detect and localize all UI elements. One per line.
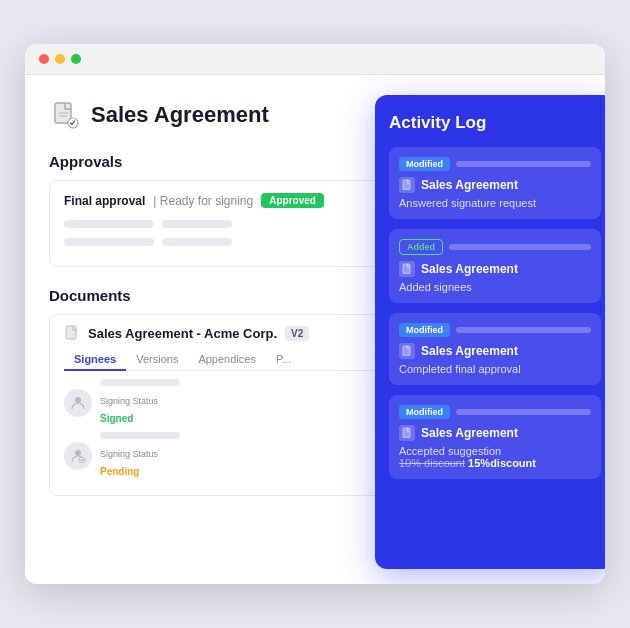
- svg-rect-9: [403, 264, 410, 274]
- approval-sublabel: | Ready for signing: [153, 194, 253, 208]
- gray-bar-3: [64, 238, 154, 246]
- activity-card-4-header: Modified: [399, 405, 591, 419]
- tab-versions[interactable]: Versions: [126, 349, 188, 371]
- svg-rect-4: [66, 326, 76, 339]
- activity-badge-4: Modified: [399, 405, 450, 419]
- activity-doc-name-2: Sales Agreement: [421, 262, 518, 276]
- activity-bar-2: [449, 244, 591, 250]
- activity-strikethrough-text: 10% discount: [399, 457, 465, 469]
- activity-doc-icon-3: [399, 343, 415, 359]
- doc-small-icon: [64, 325, 80, 341]
- activity-card-2: Added Sales Agreement Added signees: [389, 229, 601, 303]
- svg-point-6: [75, 450, 81, 456]
- tab-more[interactable]: P...: [266, 349, 301, 371]
- svg-point-7: [79, 457, 85, 463]
- gray-bar-4: [162, 238, 232, 246]
- tab-signees[interactable]: Signees: [64, 349, 126, 371]
- activity-doc-name-3: Sales Agreement: [421, 344, 518, 358]
- approved-badge: Approved: [261, 193, 324, 208]
- approval-label: Final approval: [64, 194, 145, 208]
- tab-appendices[interactable]: Appendices: [188, 349, 266, 371]
- dot-green[interactable]: [71, 54, 81, 64]
- activity-badge-1: Modified: [399, 157, 450, 171]
- document-icon: [49, 99, 81, 131]
- signee-avatar-1: [64, 389, 92, 417]
- svg-rect-11: [403, 428, 410, 438]
- activity-bar-3: [456, 327, 591, 333]
- gray-bar-1: [64, 220, 154, 228]
- svg-point-5: [75, 397, 81, 403]
- activity-desc-4: Accepted suggestion 10% discount 15%disc…: [399, 445, 591, 469]
- activity-doc-row-4: Sales Agreement: [399, 425, 591, 441]
- activity-doc-row-1: Sales Agreement: [399, 177, 591, 193]
- svg-rect-10: [403, 346, 410, 356]
- activity-doc-row-3: Sales Agreement: [399, 343, 591, 359]
- activity-desc-3: Completed final approval: [399, 363, 591, 375]
- activity-log-title: Activity Log: [389, 113, 601, 133]
- svg-rect-8: [403, 180, 410, 190]
- activity-doc-icon-4: [399, 425, 415, 441]
- activity-card-1-header: Modified: [399, 157, 591, 171]
- activity-bar-1: [456, 161, 591, 167]
- doc-card-name: Sales Agreement - Acme Corp.: [88, 326, 277, 341]
- activity-highlight-text: 15%discount: [468, 457, 536, 469]
- content-area: Sales Agreement Approvals Final approval…: [25, 75, 605, 579]
- activity-doc-name-1: Sales Agreement: [421, 178, 518, 192]
- dot-red[interactable]: [39, 54, 49, 64]
- activity-badge-2: Added: [399, 239, 443, 255]
- browser-window: Sales Agreement Approvals Final approval…: [25, 44, 605, 584]
- signee-name-bar-2: [100, 432, 180, 439]
- activity-card-1: Modified Sales Agreement Answered signat…: [389, 147, 601, 219]
- activity-card-4: Modified Sales Agreement Accepted sugges…: [389, 395, 601, 479]
- activity-card-2-header: Added: [399, 239, 591, 255]
- activity-desc-1: Answered signature request: [399, 197, 591, 209]
- signee-status-label-1: Signing Status: [100, 396, 158, 406]
- signee-avatar-2: [64, 442, 92, 470]
- version-badge: V2: [285, 326, 309, 341]
- activity-doc-icon-2: [399, 261, 415, 277]
- signee-status-label-2: Signing Status: [100, 449, 158, 459]
- activity-bar-4: [456, 409, 591, 415]
- signee-name-bar-1: [100, 379, 180, 386]
- activity-badge-3: Modified: [399, 323, 450, 337]
- activity-doc-row-2: Sales Agreement: [399, 261, 591, 277]
- browser-bar: [25, 44, 605, 75]
- gray-bar-2: [162, 220, 232, 228]
- signee-status-val-2: Pending: [100, 466, 139, 477]
- activity-desc-2: Added signees: [399, 281, 591, 293]
- activity-doc-name-4: Sales Agreement: [421, 426, 518, 440]
- signee-status-val-1: Signed: [100, 413, 133, 424]
- activity-card-3-header: Modified: [399, 323, 591, 337]
- page-title: Sales Agreement: [91, 102, 269, 128]
- activity-card-3: Modified Sales Agreement Completed final…: [389, 313, 601, 385]
- activity-doc-icon-1: [399, 177, 415, 193]
- dot-yellow[interactable]: [55, 54, 65, 64]
- activity-log-panel: Activity Log Modified Sales Agreement: [375, 95, 605, 569]
